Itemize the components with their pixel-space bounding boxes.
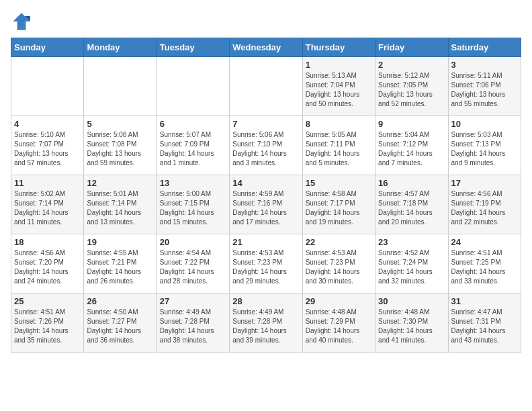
day-number: 28 xyxy=(232,296,299,306)
day-number: 8 xyxy=(306,119,372,129)
logo-icon xyxy=(11,11,32,32)
calendar-cell: 7Sunrise: 5:06 AM Sunset: 7:10 PM Daylig… xyxy=(230,116,302,175)
day-number: 11 xyxy=(14,178,81,188)
day-number: 13 xyxy=(160,178,226,188)
day-info: Sunrise: 5:02 AM Sunset: 7:14 PM Dayligh… xyxy=(14,189,81,227)
calendar-week: 11Sunrise: 5:02 AM Sunset: 7:14 PM Dayli… xyxy=(11,175,521,234)
calendar-cell: 15Sunrise: 4:58 AM Sunset: 7:17 PM Dayli… xyxy=(302,175,375,234)
day-info: Sunrise: 4:53 AM Sunset: 7:23 PM Dayligh… xyxy=(232,248,299,286)
header-day: Friday xyxy=(375,38,448,57)
day-number: 23 xyxy=(378,237,445,247)
header-day: Wednesday xyxy=(230,38,302,57)
day-number: 24 xyxy=(451,237,518,247)
calendar-cell: 12Sunrise: 5:01 AM Sunset: 7:14 PM Dayli… xyxy=(84,175,157,234)
day-number: 14 xyxy=(232,178,299,188)
day-info: Sunrise: 4:51 AM Sunset: 7:26 PM Dayligh… xyxy=(14,308,81,345)
day-info: Sunrise: 4:51 AM Sunset: 7:25 PM Dayligh… xyxy=(451,248,518,286)
day-info: Sunrise: 4:47 AM Sunset: 7:31 PM Dayligh… xyxy=(451,308,518,345)
header-day: Monday xyxy=(84,38,157,57)
calendar-cell: 3Sunrise: 5:11 AM Sunset: 7:06 PM Daylig… xyxy=(448,57,521,116)
day-info: Sunrise: 5:11 AM Sunset: 7:06 PM Dayligh… xyxy=(451,71,518,109)
calendar-cell: 22Sunrise: 4:53 AM Sunset: 7:23 PM Dayli… xyxy=(302,234,375,293)
page-header xyxy=(11,11,521,32)
day-info: Sunrise: 4:54 AM Sunset: 7:22 PM Dayligh… xyxy=(160,248,226,286)
calendar-cell: 5Sunrise: 5:08 AM Sunset: 7:08 PM Daylig… xyxy=(84,116,157,175)
calendar-cell: 18Sunrise: 4:56 AM Sunset: 7:20 PM Dayli… xyxy=(11,234,84,293)
day-info: Sunrise: 5:07 AM Sunset: 7:09 PM Dayligh… xyxy=(160,130,226,168)
calendar-cell: 14Sunrise: 4:59 AM Sunset: 7:16 PM Dayli… xyxy=(230,175,302,234)
calendar-cell: 10Sunrise: 5:03 AM Sunset: 7:13 PM Dayli… xyxy=(448,116,521,175)
calendar-cell: 23Sunrise: 4:52 AM Sunset: 7:24 PM Dayli… xyxy=(375,234,448,293)
day-number: 17 xyxy=(451,178,518,188)
svg-marker-0 xyxy=(13,13,30,30)
calendar-cell: 16Sunrise: 4:57 AM Sunset: 7:18 PM Dayli… xyxy=(375,175,448,234)
day-info: Sunrise: 4:58 AM Sunset: 7:17 PM Dayligh… xyxy=(306,189,372,227)
calendar-body: 1Sunrise: 5:13 AM Sunset: 7:04 PM Daylig… xyxy=(11,57,521,353)
day-info: Sunrise: 4:49 AM Sunset: 7:28 PM Dayligh… xyxy=(232,308,299,345)
day-number: 3 xyxy=(451,60,518,70)
calendar-cell: 1Sunrise: 5:13 AM Sunset: 7:04 PM Daylig… xyxy=(302,57,375,116)
calendar-cell: 21Sunrise: 4:53 AM Sunset: 7:23 PM Dayli… xyxy=(230,234,302,293)
calendar-cell: 11Sunrise: 5:02 AM Sunset: 7:14 PM Dayli… xyxy=(11,175,84,234)
day-info: Sunrise: 5:01 AM Sunset: 7:14 PM Dayligh… xyxy=(87,189,153,227)
calendar-cell: 13Sunrise: 5:00 AM Sunset: 7:15 PM Dayli… xyxy=(157,175,229,234)
day-info: Sunrise: 4:49 AM Sunset: 7:28 PM Dayligh… xyxy=(160,308,226,345)
day-info: Sunrise: 4:48 AM Sunset: 7:30 PM Dayligh… xyxy=(378,308,445,345)
day-number: 7 xyxy=(232,119,299,129)
calendar-cell xyxy=(11,57,84,116)
day-info: Sunrise: 5:04 AM Sunset: 7:12 PM Dayligh… xyxy=(378,130,445,168)
calendar-cell xyxy=(84,57,157,116)
day-number: 21 xyxy=(232,237,299,247)
day-number: 19 xyxy=(87,237,153,247)
header-day: Thursday xyxy=(302,38,375,57)
day-number: 12 xyxy=(87,178,153,188)
day-number: 25 xyxy=(14,296,81,306)
day-number: 10 xyxy=(451,119,518,129)
day-info: Sunrise: 4:56 AM Sunset: 7:20 PM Dayligh… xyxy=(14,248,81,286)
calendar-cell: 26Sunrise: 4:50 AM Sunset: 7:27 PM Dayli… xyxy=(84,293,157,353)
calendar-cell: 31Sunrise: 4:47 AM Sunset: 7:31 PM Dayli… xyxy=(448,293,521,353)
calendar-cell xyxy=(230,57,302,116)
calendar-cell: 25Sunrise: 4:51 AM Sunset: 7:26 PM Dayli… xyxy=(11,293,84,353)
logo xyxy=(11,11,35,32)
day-info: Sunrise: 5:05 AM Sunset: 7:11 PM Dayligh… xyxy=(306,130,372,168)
day-number: 5 xyxy=(87,119,153,129)
day-number: 9 xyxy=(378,119,445,129)
calendar-week: 25Sunrise: 4:51 AM Sunset: 7:26 PM Dayli… xyxy=(11,293,521,353)
day-info: Sunrise: 4:57 AM Sunset: 7:18 PM Dayligh… xyxy=(378,189,445,227)
calendar-cell: 6Sunrise: 5:07 AM Sunset: 7:09 PM Daylig… xyxy=(157,116,229,175)
day-number: 1 xyxy=(306,60,372,70)
day-info: Sunrise: 5:03 AM Sunset: 7:13 PM Dayligh… xyxy=(451,130,518,168)
day-number: 22 xyxy=(306,237,372,247)
calendar-cell: 24Sunrise: 4:51 AM Sunset: 7:25 PM Dayli… xyxy=(448,234,521,293)
calendar-cell: 9Sunrise: 5:04 AM Sunset: 7:12 PM Daylig… xyxy=(375,116,448,175)
day-number: 18 xyxy=(14,237,81,247)
calendar-cell: 27Sunrise: 4:49 AM Sunset: 7:28 PM Dayli… xyxy=(157,293,229,353)
calendar-cell: 29Sunrise: 4:48 AM Sunset: 7:29 PM Dayli… xyxy=(302,293,375,353)
day-number: 2 xyxy=(378,60,445,70)
day-number: 30 xyxy=(378,296,445,306)
calendar-header: SundayMondayTuesdayWednesdayThursdayFrid… xyxy=(11,38,521,57)
calendar-week: 1Sunrise: 5:13 AM Sunset: 7:04 PM Daylig… xyxy=(11,57,521,116)
day-info: Sunrise: 4:50 AM Sunset: 7:27 PM Dayligh… xyxy=(87,308,153,345)
day-number: 29 xyxy=(306,296,372,306)
day-info: Sunrise: 5:08 AM Sunset: 7:08 PM Dayligh… xyxy=(87,130,153,168)
day-number: 27 xyxy=(160,296,226,306)
calendar-cell: 17Sunrise: 4:56 AM Sunset: 7:19 PM Dayli… xyxy=(448,175,521,234)
header-day: Tuesday xyxy=(157,38,229,57)
day-number: 16 xyxy=(378,178,445,188)
calendar-week: 4Sunrise: 5:10 AM Sunset: 7:07 PM Daylig… xyxy=(11,116,521,175)
day-number: 26 xyxy=(87,296,153,306)
day-info: Sunrise: 4:48 AM Sunset: 7:29 PM Dayligh… xyxy=(306,308,372,345)
day-info: Sunrise: 5:12 AM Sunset: 7:05 PM Dayligh… xyxy=(378,71,445,109)
day-info: Sunrise: 4:52 AM Sunset: 7:24 PM Dayligh… xyxy=(378,248,445,286)
header-row: SundayMondayTuesdayWednesdayThursdayFrid… xyxy=(11,38,521,57)
calendar-cell: 20Sunrise: 4:54 AM Sunset: 7:22 PM Dayli… xyxy=(157,234,229,293)
header-day: Sunday xyxy=(11,38,84,57)
day-info: Sunrise: 5:00 AM Sunset: 7:15 PM Dayligh… xyxy=(160,189,226,227)
calendar-cell: 8Sunrise: 5:05 AM Sunset: 7:11 PM Daylig… xyxy=(302,116,375,175)
day-info: Sunrise: 5:13 AM Sunset: 7:04 PM Dayligh… xyxy=(306,71,372,109)
calendar-cell: 30Sunrise: 4:48 AM Sunset: 7:30 PM Dayli… xyxy=(375,293,448,353)
day-number: 31 xyxy=(451,296,518,306)
calendar-table: SundayMondayTuesdayWednesdayThursdayFrid… xyxy=(11,38,521,353)
